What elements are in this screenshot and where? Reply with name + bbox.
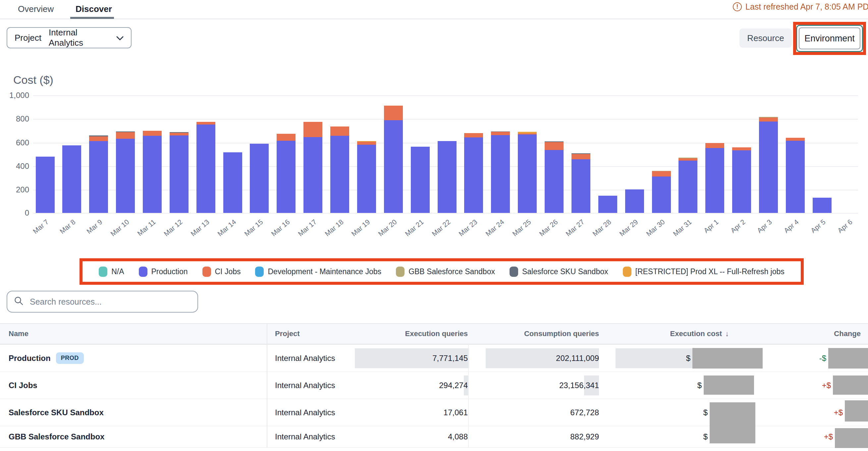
- consumption-queries-cell: 672,728: [570, 399, 599, 426]
- warning-icon: !: [733, 2, 742, 11]
- project-filter-dropdown[interactable]: Project Internal Analytics: [7, 27, 131, 49]
- bar-mar-11[interactable]: [143, 131, 162, 213]
- bar-mar-17[interactable]: [304, 122, 322, 213]
- column-header-execution-queries[interactable]: Execution queries: [405, 324, 468, 344]
- bar-mar-18[interactable]: [330, 127, 349, 213]
- legend-item-na[interactable]: N/A: [99, 266, 124, 277]
- redacted-change-value: [828, 348, 868, 368]
- project-filter-label: Project: [14, 33, 41, 43]
- bar-segment-production: [169, 135, 188, 213]
- redacted-execution-cost: [704, 376, 754, 395]
- bar-mar-22[interactable]: [438, 141, 457, 213]
- y-axis-tick: 400: [0, 162, 29, 171]
- consumption-queries-cell: 202,111,009: [556, 345, 599, 372]
- execution-cost-currency-symbol: $: [703, 426, 708, 447]
- bar-apr-5[interactable]: [813, 198, 832, 213]
- bar-mar-7[interactable]: [36, 157, 55, 213]
- gridline: [33, 95, 858, 96]
- bar-segment-ci_jobs: [652, 171, 671, 176]
- project-filter-value: Internal Analytics: [49, 28, 109, 48]
- chart-legend: N/AProductionCI JobsDevelopment - Mainte…: [83, 261, 801, 282]
- consumption-queries-cell: 23,156,341: [559, 372, 599, 399]
- column-header-consumption-queries[interactable]: Consumption queries: [524, 324, 599, 344]
- bar-segment-ci_jobs: [705, 143, 724, 148]
- resource-name-cell: CI Jobs: [9, 372, 37, 399]
- annotation-legend-box: N/AProductionCI JobsDevelopment - Mainte…: [80, 258, 804, 285]
- bar-segment-production: [652, 176, 671, 213]
- bar-mar-28[interactable]: [598, 196, 617, 213]
- legend-item-development_maintenance[interactable]: Development - Maintenance Jobs: [255, 266, 381, 277]
- bar-apr-3[interactable]: [759, 117, 778, 213]
- column-header-name[interactable]: Name: [9, 324, 29, 344]
- bar-segment-ci_jobs: [571, 154, 590, 159]
- bar-mar-23[interactable]: [464, 133, 483, 213]
- execution-queries-cell: 294,274: [439, 372, 468, 399]
- redacted-change-value: [835, 428, 868, 448]
- bar-segment-ci_jobs: [545, 142, 563, 150]
- column-header-change[interactable]: Change: [834, 324, 861, 344]
- legend-item-gbb_salesforce_sandbox[interactable]: GBB Salesforce Sandbox: [396, 266, 495, 277]
- bar-segment-production: [223, 152, 242, 213]
- bar-segment-production: [411, 147, 430, 213]
- bar-mar-26[interactable]: [545, 141, 563, 213]
- tab-discover[interactable]: Discover: [75, 4, 112, 14]
- execution-queries-cell: 4,088: [448, 426, 468, 447]
- column-header-project[interactable]: Project: [275, 324, 300, 344]
- bar-mar-10[interactable]: [116, 131, 135, 213]
- bar-segment-production: [705, 148, 724, 213]
- search-resources-box[interactable]: [7, 291, 198, 313]
- bar-mar-8[interactable]: [62, 146, 81, 213]
- bar-segment-production: [518, 134, 537, 213]
- bar-mar-9[interactable]: [89, 135, 108, 213]
- bar-mar-30[interactable]: [652, 171, 671, 213]
- bar-mar-27[interactable]: [571, 153, 590, 213]
- legend-label: Production: [151, 267, 188, 276]
- bar-mar-14[interactable]: [223, 152, 242, 213]
- search-input[interactable]: [29, 297, 191, 307]
- tab-overview[interactable]: Overview: [18, 4, 54, 14]
- bar-segment-production: [759, 122, 778, 213]
- sort-descending-icon[interactable]: ↓: [725, 329, 729, 338]
- change-currency-symbol: -$: [819, 345, 826, 372]
- bar-segment-production: [62, 146, 81, 213]
- bar-mar-12[interactable]: [169, 132, 188, 213]
- table-row-production[interactable]: ProductionPRODInternal Analytics7,771,14…: [0, 344, 868, 372]
- table-row-ci-jobs[interactable]: CI JobsInternal Analytics294,27423,156,3…: [0, 372, 868, 399]
- resource-name: Salesforce SKU Sandbox: [9, 408, 104, 417]
- bar-mar-13[interactable]: [196, 122, 215, 213]
- column-header-execution-cost[interactable]: Execution cost ↓: [670, 324, 729, 344]
- legend-swatch-gbb_salesforce_sandbox: [396, 266, 404, 277]
- bar-mar-24[interactable]: [491, 131, 510, 213]
- bar-mar-31[interactable]: [679, 158, 698, 213]
- bar-mar-29[interactable]: [625, 189, 644, 213]
- bar-segment-production: [250, 144, 269, 213]
- y-axis-tick: 800: [0, 114, 29, 124]
- bar-apr-1[interactable]: [705, 143, 724, 213]
- annotation-environment-box: Environment: [793, 22, 866, 55]
- bar-segment-production: [464, 137, 483, 213]
- bar-mar-19[interactable]: [357, 141, 376, 213]
- bar-apr-4[interactable]: [786, 138, 805, 213]
- column-divider: [468, 344, 469, 447]
- execution-cost-currency-symbol: $: [703, 399, 708, 426]
- table-row-salesforce-sku-sandbox[interactable]: Salesforce SKU SandboxInternal Analytics…: [0, 399, 868, 426]
- bar-apr-2[interactable]: [732, 147, 751, 213]
- resource-toggle-button[interactable]: Resource: [740, 29, 792, 48]
- bar-segment-production: [598, 196, 617, 213]
- legend-item-salesforce_sku_sandbox[interactable]: Salesforce SKU Sandbox: [509, 266, 608, 277]
- legend-item-ci_jobs[interactable]: CI Jobs: [203, 266, 241, 277]
- execution-cost-currency-symbol: $: [698, 372, 702, 399]
- environment-toggle-button[interactable]: Environment: [799, 28, 860, 49]
- bar-mar-20[interactable]: [384, 106, 403, 213]
- legend-item-restricted_prod_xl[interactable]: [RESTRICTED] Prod XL -- Full-Refresh job…: [623, 266, 784, 277]
- project-cell: Internal Analytics: [275, 372, 335, 399]
- bar-mar-16[interactable]: [277, 134, 296, 213]
- legend-swatch-production: [139, 266, 148, 277]
- bar-mar-21[interactable]: [411, 147, 430, 213]
- prod-environment-badge: PROD: [56, 352, 84, 364]
- column-divider: [267, 323, 267, 448]
- bar-segment-production: [545, 150, 563, 213]
- legend-item-production[interactable]: Production: [139, 266, 188, 277]
- bar-mar-25[interactable]: [518, 132, 537, 213]
- bar-mar-15[interactable]: [250, 144, 269, 213]
